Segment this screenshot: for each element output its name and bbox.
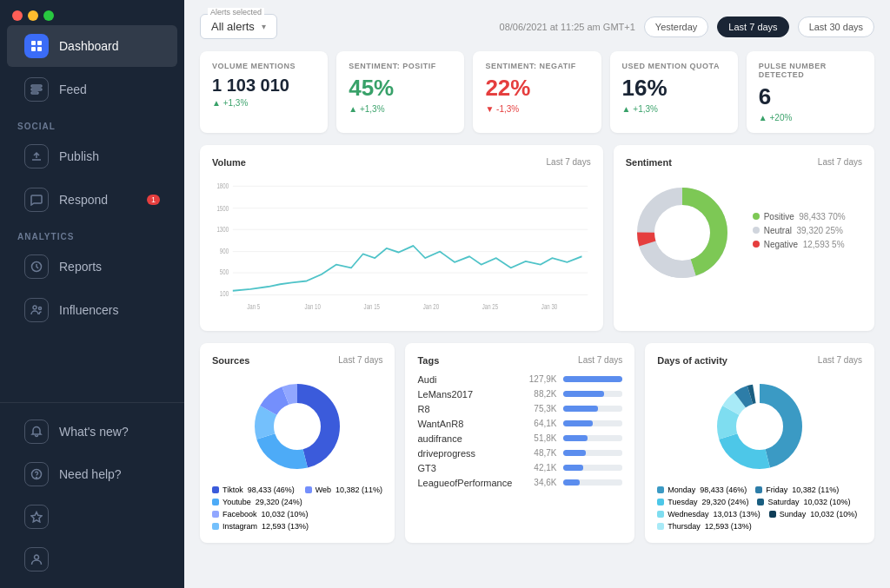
svg-point-13 — [35, 555, 39, 559]
sidebar-item-user[interactable] — [7, 538, 177, 580]
sunday-swatch — [769, 511, 776, 518]
tags-period: Last 7 days — [578, 355, 622, 366]
sidebar-item-whats-new[interactable]: What's new? — [7, 411, 177, 453]
need-help-label: Need help? — [59, 467, 122, 481]
dashboard-label: Dashboard — [59, 39, 119, 53]
sidebar-item-publish[interactable]: Publish — [7, 135, 177, 177]
chevron-down-icon: ▾ — [262, 22, 266, 31]
source-youtube: Youtube 29,320 (24%) — [212, 498, 302, 506]
day-monday: Monday 98,433 (46%) — [657, 486, 747, 494]
tag-bar-bg — [563, 420, 622, 426]
tag-value: 34,6K — [520, 478, 556, 487]
minimize-dot[interactable] — [28, 10, 38, 21]
tag-row: driveprogress 48,7K — [417, 448, 622, 459]
sentiment-donut-svg — [626, 176, 739, 289]
header-right: 08/06/2021 at 11:25 am GMT+1 Yesterday L… — [500, 17, 874, 37]
kpi-volume-change: ▲ +1,3% — [212, 98, 315, 108]
monday-swatch — [657, 486, 664, 493]
tag-value: 64,1K — [520, 419, 556, 428]
svg-marker-12 — [31, 512, 42, 522]
star-icon — [24, 505, 49, 529]
saturday-swatch — [757, 499, 764, 505]
user-icon — [24, 547, 49, 571]
svg-rect-6 — [31, 92, 38, 94]
period-btn-7days[interactable]: Last 7 days — [717, 17, 788, 37]
reports-icon — [24, 254, 49, 279]
kpi-pulse-value: 6 — [759, 84, 862, 109]
tag-bar-bg — [563, 450, 622, 456]
sources-title: Sources — [212, 355, 249, 366]
period-btn-yesterday[interactable]: Yesterday — [644, 17, 709, 37]
sidebar-item-reports[interactable]: Reports — [7, 246, 177, 287]
period-btn-30days[interactable]: Last 30 days — [798, 17, 874, 37]
kpi-pos-value: 45% — [349, 76, 452, 101]
sidebar-item-need-help[interactable]: Need help? — [7, 453, 177, 495]
days-donut-wrap — [657, 374, 862, 479]
tag-bar — [563, 435, 588, 441]
svg-text:Jan 20: Jan 20 — [423, 302, 439, 311]
svg-point-8 — [33, 306, 37, 309]
svg-text:1300: 1300 — [216, 225, 229, 234]
svg-point-49 — [737, 404, 782, 449]
alerts-select-wrap[interactable]: Alerts selected All alerts ▾ — [200, 14, 277, 39]
svg-point-36 — [656, 207, 708, 259]
tag-name: GT3 — [417, 463, 513, 473]
tag-row: WantAnR8 64,1K — [417, 419, 622, 429]
tag-name: R8 — [417, 404, 513, 414]
analytics-section-label: ANALYTICS — [0, 221, 184, 245]
tag-name: WantAnR8 — [417, 419, 513, 429]
tag-bar-bg — [563, 406, 622, 412]
kpi-volume: VOLUME MENTIONS 1 103 010 ▲ +1,3% — [200, 51, 328, 133]
days-period: Last 7 days — [818, 355, 862, 366]
close-dot[interactable] — [12, 10, 23, 21]
instagram-swatch — [212, 523, 219, 530]
facebook-swatch — [212, 511, 219, 518]
tag-value: 88,2K — [520, 389, 556, 399]
tag-name: audifrance — [417, 433, 513, 444]
sidebar-item-feed[interactable]: Feed — [7, 69, 177, 110]
svg-text:Jan 25: Jan 25 — [482, 302, 498, 311]
svg-text:1800: 1800 — [216, 182, 229, 190]
sources-card: Sources Last 7 days Tiktok — [200, 343, 395, 543]
positive-dot — [753, 213, 760, 220]
sidebar-item-influencers[interactable]: Influencers — [7, 289, 177, 331]
tag-row: Audi 127,9K — [417, 374, 622, 385]
volume-chart-title: Volume — [212, 157, 246, 168]
sidebar-item-star[interactable] — [7, 496, 177, 538]
svg-text:100: 100 — [220, 289, 229, 298]
tags-list: Audi 127,9K LeMans2017 88,2K R8 75,3K Wa… — [417, 374, 622, 488]
sidebar-item-respond[interactable]: Respond 1 — [7, 179, 177, 221]
tags-card: Tags Last 7 days Audi 127,9K LeMans2017 … — [405, 343, 634, 543]
bell-icon — [24, 420, 49, 444]
tag-bar-bg — [563, 376, 622, 382]
wednesday-swatch — [657, 511, 664, 518]
day-wednesday: Wednesday 13,013 (13%) — [657, 510, 760, 519]
tag-row: LeMans2017 88,2K — [417, 389, 622, 400]
tag-bar — [563, 465, 582, 471]
kpi-volume-label: VOLUME MENTIONS — [212, 62, 315, 70]
kpi-pos-label: SENTIMENT: POSITIF — [349, 62, 452, 70]
day-tuesday: Tuesday 29,320 (24%) — [657, 498, 748, 506]
alerts-value: All alerts — [211, 20, 255, 33]
help-icon — [24, 462, 49, 486]
sidebar-item-dashboard[interactable]: Dashboard — [7, 25, 177, 67]
respond-badge: 1 — [147, 195, 160, 205]
tag-name: LeagueofPerformance — [417, 478, 513, 488]
whats-new-label: What's new? — [59, 425, 129, 439]
header: Alerts selected All alerts ▾ 08/06/2021 … — [200, 14, 874, 39]
svg-rect-2 — [31, 47, 36, 51]
svg-text:Jan 10: Jan 10 — [305, 302, 321, 311]
influencers-label: Influencers — [59, 303, 118, 317]
legend-negative: Negative 12,593 5% — [753, 240, 846, 249]
svg-rect-1 — [37, 41, 42, 45]
svg-point-11 — [37, 478, 37, 479]
tag-bar — [563, 391, 604, 397]
tags-title: Tags — [417, 355, 439, 366]
tag-bar — [563, 450, 586, 456]
sentiment-donut-wrap: Positive 98,433 70% Neutral 39,320 25% N… — [626, 176, 862, 289]
main-content: Alerts selected All alerts ▾ 08/06/2021 … — [184, 0, 890, 588]
source-tiktok: Tiktok 98,433 (46%) — [212, 486, 295, 494]
kpi-neg-change: ▼ -1,3% — [485, 104, 588, 114]
youtube-swatch — [212, 499, 219, 505]
maximize-dot[interactable] — [43, 10, 54, 21]
